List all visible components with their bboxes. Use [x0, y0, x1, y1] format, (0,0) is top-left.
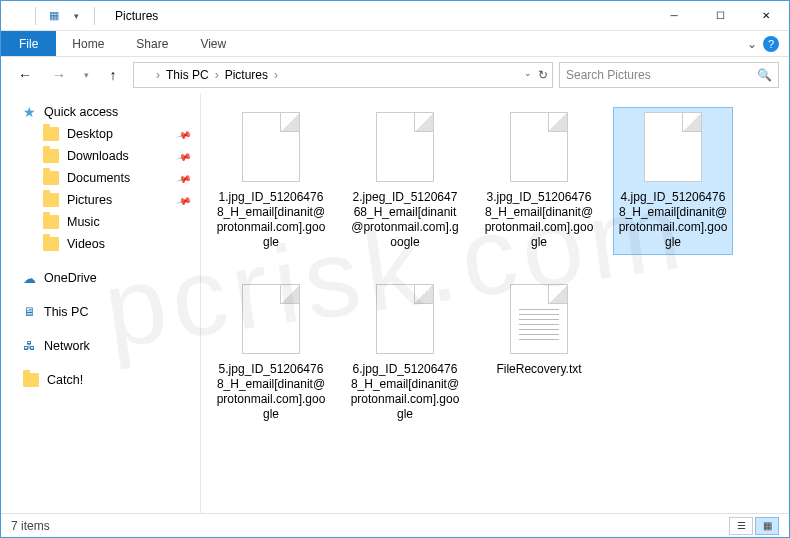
pc-icon: 🖥 [23, 305, 36, 319]
up-button[interactable]: ↑ [99, 62, 127, 88]
window-title: Pictures [115, 9, 158, 23]
folder-app-icon [9, 8, 25, 24]
recent-dropdown-icon[interactable]: ▾ [79, 62, 93, 88]
pin-icon: 📌 [176, 192, 192, 208]
file-tab[interactable]: File [1, 31, 56, 56]
file-name: 1.jpg_ID_512064768_H_email[dinanit@proto… [216, 190, 326, 250]
file-name: 5.jpg_ID_512064768_H_email[dinanit@proto… [216, 362, 326, 422]
breadcrumb-sep: › [274, 68, 278, 82]
network-label: Network [44, 339, 90, 353]
star-icon: ★ [23, 104, 36, 120]
body: ★ Quick access Desktop📌Downloads📌Documen… [1, 93, 789, 513]
sidebar-item-label: Desktop [67, 127, 113, 141]
sidebar-this-pc[interactable]: 🖥 This PC [1, 301, 200, 323]
file-name: 6.jpg_ID_512064768_H_email[dinanit@proto… [350, 362, 460, 422]
minimize-button[interactable]: ─ [651, 1, 697, 31]
folder-icon [43, 193, 59, 207]
sidebar-network[interactable]: 🖧 Network [1, 335, 200, 357]
qat-dropdown-icon[interactable]: ▾ [68, 8, 84, 24]
file-item[interactable]: FileRecovery.txt [479, 279, 599, 427]
file-item[interactable]: 6.jpg_ID_512064768_H_email[dinanit@proto… [345, 279, 465, 427]
file-name: 4.jpg_ID_512064768_H_email[dinanit@proto… [618, 190, 728, 250]
file-thumbnail [235, 112, 307, 184]
navigation-pane: ★ Quick access Desktop📌Downloads📌Documen… [1, 93, 201, 513]
sidebar-item-music[interactable]: Music [1, 211, 200, 233]
breadcrumb-sep: › [215, 68, 219, 82]
file-name: 2.jpeg_ID_512064768_H_email[dinanit@prot… [350, 190, 460, 250]
item-count: 7 items [11, 519, 50, 533]
file-item[interactable]: 1.jpg_ID_512064768_H_email[dinanit@proto… [211, 107, 331, 255]
close-button[interactable]: ✕ [743, 1, 789, 31]
address-folder-icon [138, 70, 152, 81]
file-name: FileRecovery.txt [496, 362, 581, 377]
qat-divider [35, 7, 36, 25]
sidebar-item-label: Videos [67, 237, 105, 251]
file-item[interactable]: 5.jpg_ID_512064768_H_email[dinanit@proto… [211, 279, 331, 427]
sidebar-item-documents[interactable]: Documents📌 [1, 167, 200, 189]
folder-icon [43, 215, 59, 229]
sidebar-quick-access[interactable]: ★ Quick access [1, 101, 200, 123]
address-row: ← → ▾ ↑ › This PC › Pictures › ⌄ ↻ Searc… [1, 57, 789, 93]
tab-view[interactable]: View [184, 31, 242, 56]
sidebar-item-downloads[interactable]: Downloads📌 [1, 145, 200, 167]
cloud-icon: ☁ [23, 271, 36, 286]
search-icon[interactable]: 🔍 [757, 68, 772, 82]
sidebar-item-label: Documents [67, 171, 130, 185]
back-button[interactable]: ← [11, 62, 39, 88]
file-thumbnail [503, 112, 575, 184]
titlebar: ▦ ▾ Pictures ─ ☐ ✕ [1, 1, 789, 31]
pin-icon: 📌 [176, 170, 192, 186]
ribbon: File Home Share View ⌄ ? [1, 31, 789, 57]
ribbon-expand-icon[interactable]: ⌄ [747, 37, 757, 51]
sidebar-item-label: Pictures [67, 193, 112, 207]
catch-label: Catch! [47, 373, 83, 387]
folder-icon [23, 373, 39, 387]
file-item[interactable]: 3.jpg_ID_512064768_H_email[dinanit@proto… [479, 107, 599, 255]
onedrive-label: OneDrive [44, 271, 97, 285]
file-item[interactable]: 4.jpg_ID_512064768_H_email[dinanit@proto… [613, 107, 733, 255]
status-bar: 7 items ☰ ▦ [1, 513, 789, 537]
file-thumbnail [235, 284, 307, 356]
address-dropdown-icon[interactable]: ⌄ [524, 68, 532, 82]
sidebar-onedrive[interactable]: ☁ OneDrive [1, 267, 200, 289]
forward-button[interactable]: → [45, 62, 73, 88]
breadcrumb-root[interactable]: This PC [164, 68, 211, 82]
breadcrumb-sep: › [156, 68, 160, 82]
search-placeholder: Search Pictures [566, 68, 651, 82]
file-thumbnail [637, 112, 709, 184]
details-view-button[interactable]: ☰ [729, 517, 753, 535]
files-container: 1.jpg_ID_512064768_H_email[dinanit@proto… [211, 107, 779, 427]
file-item[interactable]: 2.jpeg_ID_512064768_H_email[dinanit@prot… [345, 107, 465, 255]
address-bar[interactable]: › This PC › Pictures › ⌄ ↻ [133, 62, 553, 88]
qat-properties-icon[interactable]: ▦ [46, 8, 62, 24]
sidebar-item-videos[interactable]: Videos [1, 233, 200, 255]
breadcrumb-folder[interactable]: Pictures [223, 68, 270, 82]
folder-icon [43, 127, 59, 141]
content-pane: 1.jpg_ID_512064768_H_email[dinanit@proto… [201, 93, 789, 513]
refresh-icon[interactable]: ↻ [538, 68, 548, 82]
folder-icon [43, 171, 59, 185]
file-thumbnail [369, 112, 441, 184]
sidebar-item-desktop[interactable]: Desktop📌 [1, 123, 200, 145]
sidebar-catch[interactable]: Catch! [1, 369, 200, 391]
folder-icon [43, 149, 59, 163]
file-name: 3.jpg_ID_512064768_H_email[dinanit@proto… [484, 190, 594, 250]
help-icon[interactable]: ? [763, 36, 779, 52]
file-thumbnail [369, 284, 441, 356]
pin-icon: 📌 [176, 148, 192, 164]
folder-icon [43, 237, 59, 251]
icons-view-button[interactable]: ▦ [755, 517, 779, 535]
this-pc-label: This PC [44, 305, 88, 319]
tab-home[interactable]: Home [56, 31, 120, 56]
network-icon: 🖧 [23, 339, 36, 353]
file-thumbnail [503, 284, 575, 356]
pin-icon: 📌 [176, 126, 192, 142]
search-input[interactable]: Search Pictures 🔍 [559, 62, 779, 88]
maximize-button[interactable]: ☐ [697, 1, 743, 31]
quick-access-label: Quick access [44, 105, 118, 119]
sidebar-item-pictures[interactable]: Pictures📌 [1, 189, 200, 211]
qat-divider2 [94, 7, 95, 25]
sidebar-item-label: Music [67, 215, 100, 229]
sidebar-item-label: Downloads [67, 149, 129, 163]
tab-share[interactable]: Share [120, 31, 184, 56]
